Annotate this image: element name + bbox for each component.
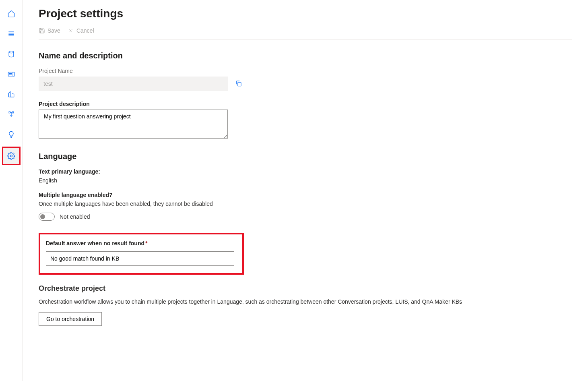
sidebar-item-suggestions[interactable] — [3, 126, 19, 143]
sidebar-item-data[interactable] — [3, 46, 19, 62]
primary-lang-label: Text primary language: — [39, 168, 572, 175]
sidebar-item-activity[interactable] — [3, 26, 19, 42]
project-name-label: Project Name — [39, 68, 572, 74]
project-name-value: test — [39, 77, 228, 91]
svg-rect-10 — [12, 112, 13, 113]
save-icon — [39, 27, 45, 34]
svg-point-4 — [9, 51, 14, 53]
language-heading: Language — [39, 152, 572, 161]
project-desc-input[interactable] — [39, 110, 228, 139]
sidebar-item-import[interactable] — [3, 106, 19, 122]
close-icon — [68, 27, 74, 34]
home-icon — [7, 10, 15, 18]
default-answer-label: Default answer when no result found* — [46, 240, 237, 246]
default-answer-input[interactable] — [46, 251, 234, 266]
page-title: Project settings — [39, 7, 572, 20]
project-desc-label: Project description — [39, 101, 572, 107]
multi-lang-label: Multiple language enabled? — [39, 192, 572, 198]
gear-icon — [7, 152, 15, 160]
sidebar-settings-highlight — [2, 147, 21, 165]
multi-lang-toggle-label: Not enabled — [60, 213, 90, 220]
svg-rect-16 — [238, 82, 241, 86]
save-button[interactable]: Save — [39, 27, 60, 34]
svg-rect-9 — [9, 112, 10, 113]
copy-icon — [235, 80, 242, 87]
cancel-button[interactable]: Cancel — [68, 27, 94, 34]
multi-lang-hint: Once multiple languages have been enable… — [39, 201, 572, 207]
save-label: Save — [47, 27, 60, 34]
orchestrate-desc: Orchestration workflow allows you to cha… — [39, 298, 572, 305]
project-name-row: test — [39, 77, 572, 91]
primary-lang-value: English — [39, 177, 572, 184]
sidebar-item-settings[interactable] — [3, 148, 19, 164]
default-answer-highlight: Default answer when no result found* — [39, 233, 244, 275]
cancel-label: Cancel — [76, 27, 94, 34]
required-star: * — [145, 240, 147, 246]
sidebar — [0, 0, 23, 381]
svg-point-13 — [10, 155, 12, 157]
sidebar-item-deploy[interactable] — [3, 86, 19, 102]
lightbulb-icon — [7, 130, 15, 139]
layers-icon — [7, 70, 15, 78]
go-to-orchestration-button[interactable]: Go to orchestration — [39, 312, 102, 326]
name-desc-heading: Name and description — [39, 51, 572, 60]
list-icon — [7, 30, 15, 38]
multi-lang-toggle-row: Not enabled — [39, 213, 572, 221]
toolbar: Save Cancel — [39, 27, 572, 40]
orchestrate-heading: Orchestrate project — [39, 284, 572, 293]
sidebar-item-knowledge[interactable] — [3, 66, 19, 82]
copy-project-name-button[interactable] — [235, 80, 242, 88]
sidebar-item-home[interactable] — [3, 6, 19, 22]
upload-icon — [7, 110, 15, 118]
building-icon — [7, 90, 15, 98]
main-content: Project settings Save Cancel Name and de… — [23, 0, 588, 381]
database-icon — [7, 50, 15, 58]
multi-lang-toggle[interactable] — [39, 213, 55, 221]
svg-rect-5 — [8, 72, 13, 76]
